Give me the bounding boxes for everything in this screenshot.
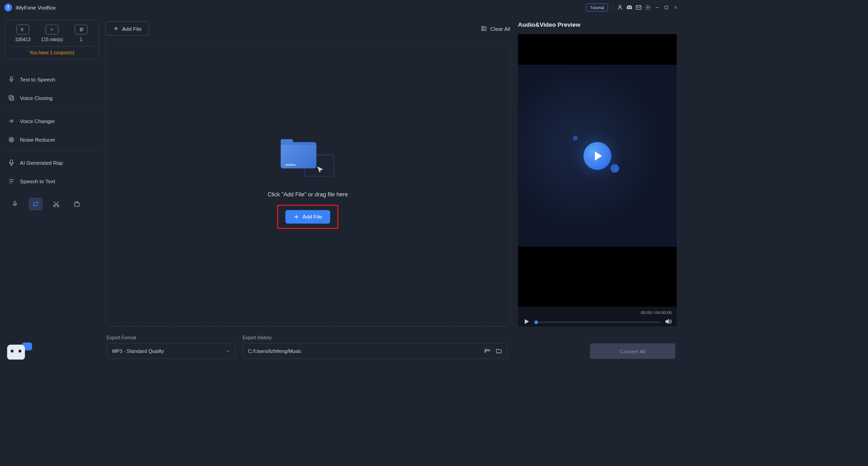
svg-point-12 (11, 139, 12, 140)
nav-ai-rap[interactable]: AI Generated Rap (5, 153, 99, 172)
user-icon[interactable] (617, 4, 623, 10)
svg-point-15 (53, 205, 55, 207)
folder-icon[interactable] (495, 348, 502, 354)
svg-rect-13 (10, 160, 13, 163)
stat-characters[interactable]: 105413 (8, 24, 38, 42)
count-icon (75, 24, 87, 34)
svg-rect-7 (10, 77, 12, 80)
nav-voice-cloning[interactable]: Voice Cloning (5, 89, 99, 107)
tool-convert[interactable] (28, 198, 42, 210)
preview-title: Audio&Video Preview (518, 21, 677, 29)
maximize-icon[interactable] (663, 4, 670, 10)
chatbot-button[interactable] (7, 342, 32, 360)
folder-illustration-icon (279, 138, 336, 181)
list-icon (481, 25, 487, 32)
nav-noise-reducer[interactable]: Noise Reducer (5, 130, 99, 149)
stat-count[interactable]: 1 (66, 24, 96, 42)
nav-text-to-speech[interactable]: Text to Speech (5, 70, 99, 89)
stt-icon (8, 178, 15, 185)
nav-label: Noise Reducer (20, 137, 55, 143)
dropzone[interactable]: Click "Add File" or drag file here Add F… (105, 41, 510, 327)
nav-voice-changer[interactable]: Voice Changer (5, 112, 99, 130)
mic-text-icon (8, 76, 15, 83)
close-icon[interactable] (672, 4, 679, 10)
stats-card: 105413 115 min(s) 1 You have 1 coupon(s) (5, 20, 99, 59)
tool-row (5, 194, 99, 214)
rap-icon (8, 159, 15, 166)
workspace: Add File Clear All (105, 21, 510, 326)
titlebar: iMyFone VoxBox Tutorial (0, 0, 683, 15)
export-format-label: Export Format (107, 335, 236, 341)
noise-icon (8, 136, 15, 143)
clear-all-button[interactable]: Clear All (481, 25, 510, 32)
gear-icon[interactable] (645, 4, 651, 10)
svg-rect-9 (10, 97, 14, 100)
export-history-field[interactable]: C:/Users/lizhifeng/Music (243, 343, 508, 359)
nav-speech-to-text[interactable]: Speech to Text (5, 172, 99, 190)
preview-play-icon[interactable] (584, 142, 611, 170)
svg-point-0 (7, 6, 9, 8)
nav-label: Text to Speech (20, 76, 55, 82)
convert-all-button[interactable]: Convert All (590, 343, 675, 359)
video-area: 00:00 / 00:00:00 (518, 34, 677, 327)
tool-library[interactable] (70, 198, 84, 210)
app-logo-icon (4, 4, 12, 11)
export-history-label: Export History (243, 335, 508, 341)
time-display: 00:00 / 00:00:00 (523, 310, 672, 315)
svg-point-16 (57, 205, 59, 207)
svg-rect-18 (482, 26, 484, 28)
minimize-icon[interactable] (654, 4, 660, 10)
progress-bar[interactable] (534, 322, 660, 323)
clone-icon (8, 95, 15, 102)
preview-panel: Audio&Video Preview 00:00 / 00:00:00 (518, 21, 677, 326)
add-file-button-outline[interactable]: Add File (105, 21, 149, 35)
bottom-bar: Export Format MP3 - Standard Quality Exp… (105, 327, 677, 361)
dropzone-text: Click "Add File" or drag file here (268, 191, 348, 197)
tool-cut[interactable] (49, 198, 63, 210)
svg-rect-14 (14, 201, 16, 204)
sidebar: 105413 115 min(s) 1 You have 1 coupon(s) (0, 15, 104, 367)
svg-rect-19 (482, 29, 484, 31)
plus-icon (293, 214, 300, 220)
characters-icon (16, 24, 29, 34)
minutes-icon (46, 24, 58, 34)
nav-label: Voice Cloning (20, 95, 52, 101)
voice-change-icon (8, 118, 15, 125)
stat-minutes[interactable]: 115 min(s) (38, 24, 67, 42)
svg-rect-8 (9, 95, 13, 99)
app-title: iMyFone VoxBox (16, 5, 56, 10)
folder-open-icon[interactable] (484, 348, 491, 354)
plus-icon (113, 25, 119, 32)
nav-label: Speech to Text (20, 178, 55, 184)
discord-icon[interactable] (626, 4, 632, 10)
nav-label: AI Generated Rap (20, 160, 63, 166)
play-button[interactable] (523, 318, 530, 327)
export-format-select[interactable]: MP3 - Standard Quality (107, 343, 236, 359)
add-file-button-solid[interactable]: Add File (286, 210, 330, 223)
tutorial-button[interactable]: Tutorial (586, 4, 608, 11)
volume-icon[interactable] (665, 318, 672, 327)
mail-icon[interactable] (636, 4, 642, 10)
chevron-down-icon (225, 348, 230, 353)
svg-point-1 (619, 5, 621, 8)
svg-rect-6 (81, 28, 83, 31)
tool-record[interactable] (8, 198, 22, 210)
svg-rect-17 (75, 203, 79, 206)
nav-list: Text to Speech Voice Cloning Voice Chang… (5, 70, 99, 190)
coupon-link[interactable]: You have 1 coupon(s) (8, 46, 96, 55)
svg-rect-5 (80, 29, 82, 31)
svg-rect-4 (665, 6, 668, 9)
highlight-annotation: Add File (277, 204, 338, 229)
nav-label: Voice Changer (20, 118, 55, 124)
svg-point-3 (647, 7, 649, 9)
